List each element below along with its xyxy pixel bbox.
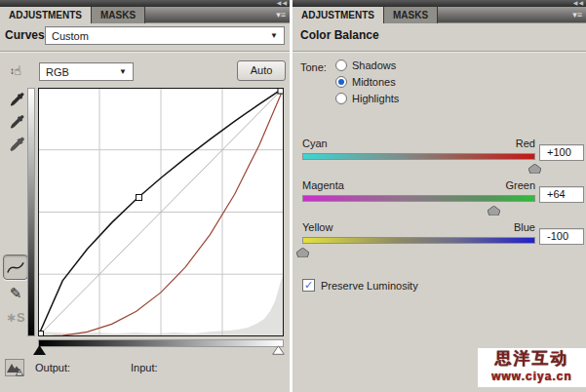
tab-bar: ADJUSTMENTS MASKS ▾≡ (293, 7, 586, 23)
radio-circle-icon (335, 93, 347, 104)
curve-point-end (278, 89, 284, 95)
pointing-hand-icon: ☝ (14, 63, 21, 78)
channel-dropdown[interactable]: RGB ▼ (39, 62, 134, 81)
panel-menu-icon[interactable]: ▾≡ (568, 7, 586, 22)
output-label: Output: (35, 362, 70, 373)
shadow-input-slider[interactable] (33, 341, 46, 359)
watermark-line1: 思洋互动 (478, 348, 586, 370)
curves-preset-dropdown[interactable]: Custom ▼ (45, 26, 285, 45)
blue-label: Blue (302, 221, 535, 233)
cyan-red-value-field[interactable]: +100 (539, 144, 584, 161)
black-point-eyedropper-icon[interactable] (6, 91, 25, 110)
collapse-panel-icon[interactable]: ◀◀ (573, 0, 584, 7)
magenta-green-slider-handle[interactable] (488, 202, 500, 212)
radio-selected-icon (335, 76, 347, 88)
adjustments-panels: ◀◀ ADJUSTMENTS MASKS ▾≡ Curves Custom ▼ … (0, 0, 586, 392)
panel-titlebar: ◀◀ (293, 0, 586, 7)
curve-point-origin (39, 332, 44, 336)
divider (293, 51, 586, 53)
tab-adjustments[interactable]: ADJUSTMENTS (293, 7, 384, 23)
histogram-warning-icon[interactable] (4, 358, 25, 377)
watermark: 思洋互动 www.ciya.cn (478, 348, 586, 387)
gray-point-eyedropper-icon[interactable] (6, 113, 25, 133)
radio-circle-icon (335, 59, 347, 71)
collapse-panel-icon[interactable]: ◀◀ (277, 0, 288, 7)
tab-masks[interactable]: MASKS (92, 7, 145, 23)
input-gradient-strip (38, 339, 284, 347)
tab-adjustments[interactable]: ADJUSTMENTS (0, 7, 92, 23)
color-balance-panel: ◀◀ ADJUSTMENTS MASKS ▾≡ Color Balance To… (293, 0, 586, 392)
watermark-line2: www.ciya.cn (478, 370, 586, 383)
yellow-blue-value-field[interactable]: -100 (539, 228, 584, 245)
cyan-red-slider-handle[interactable] (528, 160, 541, 170)
radio-highlights[interactable]: Highlights (335, 93, 399, 104)
panel-titlebar: ◀◀ (0, 0, 290, 7)
chevron-down-icon: ▼ (119, 67, 127, 76)
radio-shadows[interactable]: Shadows (335, 59, 396, 71)
smooth-curve-icon[interactable]: ∗S (5, 307, 26, 327)
curves-title: Curves (5, 28, 45, 42)
green-label: Green (302, 179, 535, 191)
yellow-blue-slider-bar[interactable] (302, 237, 535, 244)
radio-midtones[interactable]: Midtones (335, 76, 396, 88)
targeted-adjustment-icon[interactable]: ↕ ☝ (3, 59, 28, 82)
pencil-draw-curve-icon[interactable]: ✎ (6, 284, 25, 303)
red-label: Red (302, 137, 535, 149)
highlight-input-slider[interactable] (272, 341, 285, 359)
edit-points-curve-icon[interactable] (3, 255, 28, 280)
chevron-down-icon: ▼ (270, 31, 278, 40)
panel-menu-icon[interactable]: ▾≡ (272, 7, 290, 22)
curve-point-selected (137, 195, 142, 201)
cyan-red-slider-bar[interactable] (302, 153, 535, 160)
auto-button[interactable]: Auto (237, 60, 286, 81)
divider (0, 51, 290, 53)
magenta-green-slider-bar[interactable] (302, 195, 535, 202)
preset-value: Custom (52, 30, 89, 42)
curves-panel: ◀◀ ADJUSTMENTS MASKS ▾≡ Curves Custom ▼ … (0, 0, 290, 392)
yellow-blue-slider-handle[interactable] (296, 244, 309, 254)
tab-masks[interactable]: MASKS (384, 7, 438, 23)
tab-bar: ADJUSTMENTS MASKS ▾≡ (0, 7, 290, 23)
white-point-eyedropper-icon[interactable] (6, 136, 25, 155)
output-gradient-strip (27, 88, 35, 336)
input-label: Input: (131, 362, 158, 373)
color-balance-title: Color Balance (300, 28, 379, 42)
tone-label: Tone: (300, 61, 327, 73)
magenta-green-value-field[interactable]: +64 (539, 186, 584, 203)
curves-grid[interactable] (38, 88, 284, 336)
checkbox-checked-icon: ✓ (302, 279, 315, 292)
channel-value: RGB (46, 66, 69, 78)
preserve-luminosity-checkbox[interactable]: ✓ Preserve Luminosity (302, 279, 418, 292)
